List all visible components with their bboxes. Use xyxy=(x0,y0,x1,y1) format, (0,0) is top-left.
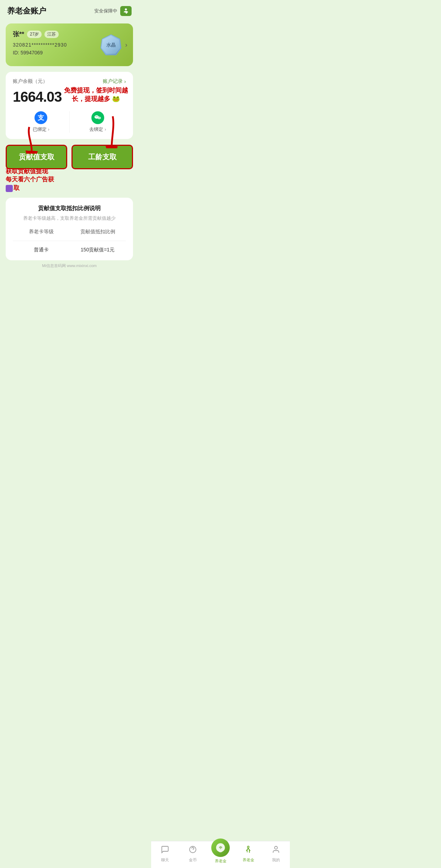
svg-point-8 xyxy=(99,118,100,118)
crystal-icon: 水晶 xyxy=(98,32,124,58)
ratio-subtitle: 养老卡等级越高，支取养老金所需贡献值越少 xyxy=(13,215,126,222)
col-card-level: 养老卡等级 xyxy=(13,229,69,235)
balance-section: 账户余额（元） 账户记录 › 1664.03 支 已绑定 › xyxy=(6,72,133,139)
svg-point-5 xyxy=(95,116,96,117)
seniority-withdraw-button[interactable]: 工龄支取 xyxy=(71,145,133,169)
ratio-divider xyxy=(13,241,126,241)
security-label: 安全保障中 xyxy=(94,8,117,14)
alipay-icon: 支 xyxy=(34,111,47,124)
user-age: 27岁 xyxy=(27,31,42,38)
col-ratio: 贡献值抵扣比例 xyxy=(69,229,126,235)
ratio-row-1: 普通卡 150贡献值=1元 xyxy=(13,247,126,253)
alipay-item[interactable]: 支 已绑定 › xyxy=(13,111,70,133)
ratio-table-header: 养老卡等级 贡献值抵扣比例 xyxy=(13,229,126,235)
ratio-title: 贡献值支取抵扣比例说明 xyxy=(13,205,126,212)
balance-header: 账户余额（元） 账户记录 › xyxy=(13,78,126,85)
user-name: 张** xyxy=(13,30,24,38)
header: 养老金账户 安全保障中 xyxy=(0,0,139,21)
payment-methods: 支 已绑定 › 去绑定 › xyxy=(13,111,126,133)
user-shield-icon[interactable] xyxy=(120,6,132,16)
alipay-label: 已绑定 › xyxy=(33,126,49,133)
balance-label: 账户余额（元） xyxy=(13,78,48,85)
wechat-label: 去绑定 › xyxy=(89,126,106,133)
ratio-cell-ratio-value: 150贡献值=1元 xyxy=(69,247,126,253)
watermark: Mi信息首码网 www.mixinxi.com xyxy=(0,260,139,297)
svg-point-4 xyxy=(97,117,101,119)
ratio-section: 贡献值支取抵扣比例说明 养老卡等级越高，支取养老金所需贡献值越少 养老卡等级 贡… xyxy=(6,198,133,260)
ratio-cell-card-type: 普通卡 xyxy=(13,247,69,253)
contribute-withdraw-button[interactable]: 贡献值支取 xyxy=(6,145,67,169)
wechat-item[interactable]: 去绑定 › xyxy=(70,111,126,133)
page-title: 养老金账户 xyxy=(7,6,46,16)
header-right: 安全保障中 xyxy=(94,6,132,16)
balance-record-link[interactable]: 账户记录 › xyxy=(103,78,126,85)
svg-point-6 xyxy=(97,116,97,117)
card-arrow-icon: › xyxy=(125,41,127,49)
balance-amount: 1664.03 xyxy=(13,89,126,105)
action-buttons-section: 免费提现，签到时间越长，提现越多 🐸 贡献值支取 工龄支取 获取贡献值提现每天看… xyxy=(0,145,139,169)
card-crystal-badge[interactable]: 水晶 › xyxy=(98,32,127,58)
svg-point-7 xyxy=(99,118,99,118)
svg-text:水晶: 水晶 xyxy=(106,42,116,48)
user-card: 张** 27岁 江苏 320821**********2930 ID: 5994… xyxy=(6,23,133,66)
withdraw-buttons: 贡献值支取 工龄支取 xyxy=(6,145,133,169)
purple-icon xyxy=(6,185,13,192)
user-region: 江苏 xyxy=(44,31,59,38)
annotation-get-contribution: 获取贡献值提现每天看六个广告获取 xyxy=(6,167,54,192)
wechat-icon xyxy=(91,111,104,124)
